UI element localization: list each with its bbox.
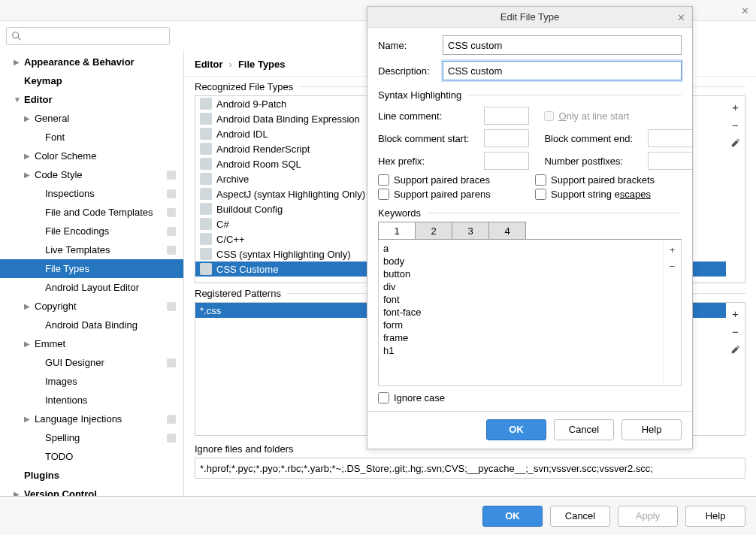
- remove-icon[interactable]: −: [666, 259, 679, 273]
- edit-icon[interactable]: [728, 135, 743, 150]
- scope-badge-icon: [167, 189, 176, 198]
- dialog-title: Edit File Type: [500, 11, 560, 23]
- tree-row[interactable]: Images: [0, 372, 183, 391]
- add-icon[interactable]: +: [728, 306, 743, 321]
- help-button[interactable]: Help: [621, 419, 682, 440]
- keyword-item[interactable]: form: [379, 319, 663, 331]
- apply-button[interactable]: Apply: [618, 506, 678, 527]
- ok-button[interactable]: OK: [482, 506, 543, 527]
- tree-row[interactable]: Live Templates: [0, 240, 183, 259]
- tree-row[interactable]: ▶Color Scheme: [0, 147, 183, 165]
- tree-row[interactable]: Spelling: [0, 428, 183, 447]
- scope-badge-icon: [167, 227, 176, 236]
- settings-tree[interactable]: ▶Appearance & BehaviorKeymap▼Editor▶Gene…: [0, 50, 184, 519]
- tree-label: File Types: [45, 263, 183, 274]
- tree-row[interactable]: File and Code Templates: [0, 203, 183, 222]
- keyword-item[interactable]: font-face: [379, 306, 663, 319]
- help-button[interactable]: Help: [685, 506, 745, 527]
- tree-row[interactable]: Inspections: [0, 184, 183, 203]
- scope-badge-icon: [167, 246, 176, 255]
- scope-badge-icon: [167, 208, 176, 217]
- paired-brackets-checkbox[interactable]: Support paired brackets: [535, 174, 682, 186]
- edit-icon[interactable]: [728, 342, 743, 357]
- remove-icon[interactable]: −: [728, 117, 743, 132]
- keyword-item[interactable]: button: [379, 268, 663, 280]
- close-icon[interactable]: ✕: [738, 4, 751, 17]
- keywords-label: Keywords: [378, 207, 682, 219]
- numpost-input[interactable]: [648, 152, 692, 170]
- line-start-checkbox: [544, 111, 554, 121]
- tree-label: Keymap: [24, 75, 183, 86]
- filetype-label: AspectJ (syntax Highlighting Only): [216, 189, 365, 200]
- tree-label: Android Data Binding: [45, 319, 183, 331]
- keyword-tab[interactable]: 2: [415, 222, 452, 239]
- search-field[interactable]: [25, 31, 165, 42]
- syntax-label: Syntax Highlighting: [378, 89, 682, 101]
- dialog-titlebar[interactable]: Edit File Type ✕: [367, 7, 692, 28]
- paired-parens-checkbox[interactable]: Support paired parens: [378, 189, 525, 200]
- tree-row[interactable]: Font: [0, 128, 183, 147]
- keyword-item[interactable]: h1: [379, 344, 663, 357]
- scope-badge-icon: [167, 171, 176, 180]
- filetype-label: Buildout Config: [216, 204, 283, 215]
- tree-row[interactable]: ▶Copyright: [0, 297, 183, 316]
- tree-row[interactable]: ▶Emmet: [0, 334, 183, 353]
- tree-row[interactable]: Keymap: [0, 71, 183, 90]
- tree-row[interactable]: Intentions: [0, 391, 183, 410]
- keyword-item[interactable]: body: [379, 255, 663, 268]
- tree-label: Font: [45, 131, 183, 143]
- string-escapes-checkbox[interactable]: Support string escapes: [535, 189, 682, 200]
- scope-badge-icon: [167, 434, 176, 443]
- tree-label: Live Templates: [45, 244, 167, 255]
- description-input[interactable]: [443, 61, 682, 80]
- scope-badge-icon: [167, 415, 176, 424]
- paired-braces-checkbox[interactable]: Support paired braces: [378, 174, 525, 186]
- cancel-button[interactable]: Cancel: [550, 506, 610, 527]
- tree-row[interactable]: TODO: [0, 447, 183, 466]
- name-input[interactable]: [443, 35, 682, 55]
- tree-label: Editor: [24, 94, 183, 105]
- ignore-input[interactable]: [195, 458, 745, 479]
- keyword-tab[interactable]: 4: [488, 222, 526, 239]
- tree-row[interactable]: ▶General: [0, 109, 183, 128]
- tree-label: Copyright: [35, 301, 167, 312]
- tree-row[interactable]: GUI Designer: [0, 353, 183, 372]
- filetype-icon: [200, 203, 212, 215]
- arrow-icon: ▼: [14, 95, 24, 104]
- keyword-item[interactable]: font: [379, 293, 663, 306]
- block-end-input[interactable]: [648, 129, 692, 147]
- filetype-icon: [200, 233, 212, 245]
- keyword-tab[interactable]: 3: [452, 222, 489, 239]
- tree-row[interactable]: Plugins: [0, 466, 183, 485]
- filetype-icon: [200, 158, 212, 170]
- add-icon[interactable]: +: [728, 99, 743, 114]
- keyword-list[interactable]: abodybuttondivfontfont-faceformframeh1: [379, 240, 663, 385]
- tree-label: Android Layout Editor: [45, 282, 183, 293]
- tree-row[interactable]: Android Layout Editor: [0, 278, 183, 297]
- tree-row[interactable]: ▼Editor: [0, 90, 183, 109]
- keyword-item[interactable]: frame: [379, 331, 663, 344]
- keyword-tab[interactable]: 1: [378, 222, 416, 239]
- close-icon[interactable]: ✕: [674, 11, 688, 24]
- tree-row[interactable]: File Types: [0, 259, 183, 278]
- tree-label: Language Injections: [35, 413, 167, 425]
- tree-row[interactable]: ▶Language Injections: [0, 410, 183, 428]
- add-icon[interactable]: +: [666, 243, 679, 256]
- line-comment-input[interactable]: [484, 107, 529, 125]
- svg-point-0: [13, 32, 19, 38]
- ok-button[interactable]: OK: [486, 419, 546, 440]
- tree-row[interactable]: File Encodings: [0, 222, 183, 240]
- hex-input[interactable]: [484, 152, 529, 170]
- numpost-label: Number postfixes:: [544, 156, 633, 167]
- remove-icon[interactable]: −: [728, 324, 743, 339]
- tree-row[interactable]: ▶Code Style: [0, 165, 183, 184]
- tree-row[interactable]: Android Data Binding: [0, 316, 183, 334]
- cancel-button[interactable]: Cancel: [554, 419, 614, 440]
- ignore-case-checkbox[interactable]: Ignore case: [378, 392, 682, 404]
- tree-row[interactable]: ▶Appearance & Behavior: [0, 53, 183, 71]
- search-input[interactable]: [6, 27, 170, 45]
- block-start-input[interactable]: [484, 129, 529, 147]
- keyword-item[interactable]: a: [379, 242, 663, 255]
- keyword-item[interactable]: div: [379, 280, 663, 293]
- tree-label: Inspections: [45, 188, 167, 199]
